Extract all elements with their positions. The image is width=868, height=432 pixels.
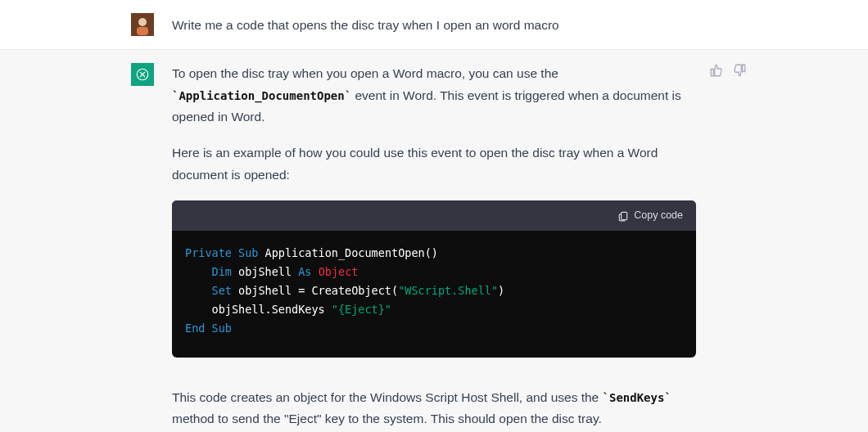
assistant-paragraph: To open the disc tray when you open a Wo… <box>172 63 696 128</box>
code-block-body[interactable]: Private Sub Application_DocumentOpen() D… <box>172 231 696 358</box>
clipboard-icon <box>617 210 629 222</box>
inline-code: `SendKeys` <box>603 391 671 404</box>
svg-point-1 <box>138 18 147 26</box>
text-span: To open the disc tray when you open a Wo… <box>172 66 558 80</box>
user-message-row: Write me a code that opens the disc tray… <box>0 0 868 50</box>
code-text: objShell = CreateObject( <box>238 284 398 297</box>
code-text: objShell <box>238 265 292 278</box>
code-block-header: Copy code <box>172 200 696 231</box>
code-block: Copy code Private Sub Application_Docume… <box>172 200 696 358</box>
copy-code-button[interactable]: Copy code <box>617 207 683 224</box>
code-type: Object <box>319 265 359 278</box>
code-string: "{Eject}" <box>332 303 391 316</box>
code-keyword: Set <box>212 284 232 297</box>
thumbs-down-icon[interactable] <box>732 63 747 78</box>
assistant-paragraph: Here is an example of how you could use … <box>172 142 696 186</box>
text-span: This code creates an object for the Wind… <box>172 390 603 404</box>
assistant-paragraph: This code creates an object for the Wind… <box>172 387 696 430</box>
code-text: Application_DocumentOpen() <box>265 246 438 259</box>
user-avatar <box>131 13 154 36</box>
code-keyword: Sub <box>238 246 258 259</box>
text-span: method to send the "Eject" key to the sy… <box>172 412 602 425</box>
code-text: ) <box>498 284 504 297</box>
assistant-avatar <box>131 63 154 86</box>
user-message-content: Write me a code that opens the disc tray… <box>172 13 696 36</box>
assistant-message-row: To open the disc tray when you open a Wo… <box>0 50 868 432</box>
svg-rect-2 <box>137 27 148 35</box>
code-text: objShell.SendKeys <box>212 303 332 316</box>
copy-code-label: Copy code <box>634 207 683 224</box>
user-prompt-text: Write me a code that opens the disc tray… <box>172 13 696 36</box>
code-string: "WScript.Shell" <box>398 284 498 297</box>
svg-rect-4 <box>622 212 627 219</box>
code-keyword: End <box>185 322 205 335</box>
code-keyword: Sub <box>212 322 232 335</box>
feedback-buttons <box>709 63 747 432</box>
assistant-message-content: To open the disc tray when you open a Wo… <box>172 63 696 432</box>
inline-code: `Application_DocumentOpen` <box>172 89 351 102</box>
thumbs-up-icon[interactable] <box>709 63 724 78</box>
code-keyword: Private <box>185 246 232 259</box>
code-keyword: As <box>298 265 311 278</box>
code-keyword: Dim <box>212 265 232 278</box>
